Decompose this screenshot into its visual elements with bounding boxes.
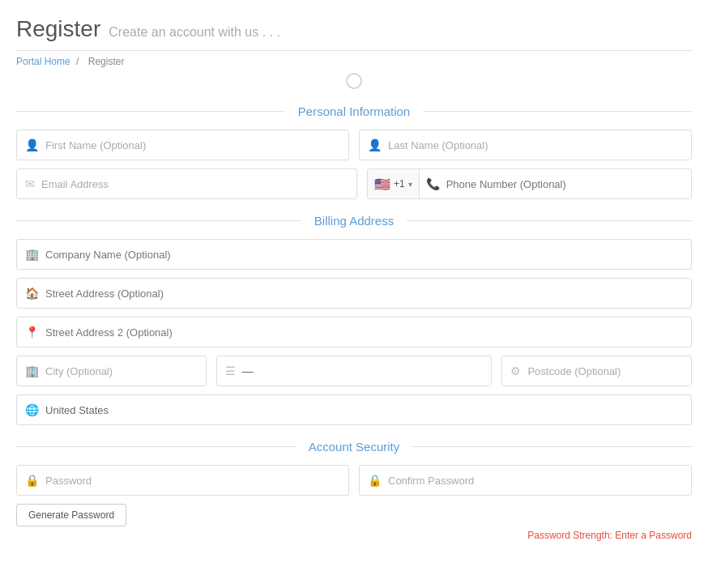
billing-address-divider: Billing Address [16,214,692,228]
city-state-row: 🏢 ☰ — ⚙ [16,356,692,386]
street-address2-field[interactable]: 📍 [16,317,692,347]
password-field[interactable]: 🔒 [16,465,349,496]
street-address-field[interactable]: 🏠 [16,278,692,309]
first-name-input[interactable] [45,139,340,151]
city-icon: 🏢 [25,364,39,377]
account-security-divider: Account Security [16,440,692,454]
user-icon-2: 👤 [368,138,382,151]
street-address2-row: 📍 [16,317,692,347]
phone-code: +1 [394,178,405,190]
confirm-password-field[interactable]: 🔒 [359,465,692,496]
password-input[interactable] [45,475,340,487]
email-phone-row: ✉ 🇺🇸 +1 ▾ 📞 [16,168,692,199]
page-subtitle: Create an account with us . . . [109,25,280,40]
state-icon: ☰ [225,364,236,377]
password-row: 🔒 🔒 [16,465,692,496]
loading-indicator [16,72,692,90]
envelope-icon: ✉ [25,177,35,190]
us-flag: 🇺🇸 [374,177,390,192]
phone-icon: 📞 [426,177,440,190]
password-strength-text: Password Strength: Enter a Password [16,530,692,541]
first-name-field[interactable]: 👤 [16,130,349,160]
phone-caret-icon: ▾ [408,180,412,189]
state-dash: — [242,364,254,377]
gear-icon: ⚙ [510,364,521,377]
breadcrumb-current: Register [88,56,125,67]
name-row: 👤 👤 [16,130,692,160]
postcode-input[interactable] [527,365,683,377]
lock-icon-2: 🔒 [368,474,382,487]
globe-icon: 🌐 [25,403,39,416]
street-address-row: 🏠 [16,278,692,309]
phone-input[interactable] [446,178,691,190]
page-title: Register [16,16,100,42]
billing-address-title: Billing Address [301,214,407,228]
map-marker-icon: 📍 [25,326,39,339]
user-icon: 👤 [25,138,39,151]
last-name-field[interactable]: 👤 [359,130,692,160]
building-icon: 🏢 [25,248,39,261]
breadcrumb-home[interactable]: Portal Home [16,56,70,67]
phone-field[interactable]: 🇺🇸 +1 ▾ 📞 [367,168,692,199]
road-icon: 🏠 [25,287,39,300]
breadcrumb-separator: / [76,56,79,67]
city-field[interactable]: 🏢 [16,356,207,386]
street-address2-input[interactable] [45,326,683,339]
company-row: 🏢 [16,239,692,270]
page-header: Register Create an account with us . . . [16,16,692,51]
last-name-input[interactable] [388,139,683,151]
country-field[interactable]: 🌐 [16,394,692,425]
phone-flag-selector[interactable]: 🇺🇸 +1 ▾ [368,169,420,198]
svg-point-0 [347,74,361,88]
company-field[interactable]: 🏢 [16,239,692,270]
confirm-password-input[interactable] [388,475,683,487]
street-address-input[interactable] [45,288,683,300]
generate-password-button[interactable]: Generate Password [16,504,126,526]
personal-info-divider: Personal Information [16,104,692,118]
state-field[interactable]: ☰ — [216,356,493,386]
password-strength-row: Generate Password [16,504,692,526]
personal-info-title: Personal Information [285,104,423,118]
email-field[interactable]: ✉ [16,168,357,199]
account-security-title: Account Security [296,440,413,454]
city-input[interactable] [45,365,198,377]
lock-icon: 🔒 [25,474,39,487]
email-input[interactable] [41,178,348,190]
breadcrumb: Portal Home / Register [16,56,692,67]
company-input[interactable] [45,249,683,261]
country-input[interactable] [45,404,683,416]
postcode-field[interactable]: ⚙ [501,356,692,386]
